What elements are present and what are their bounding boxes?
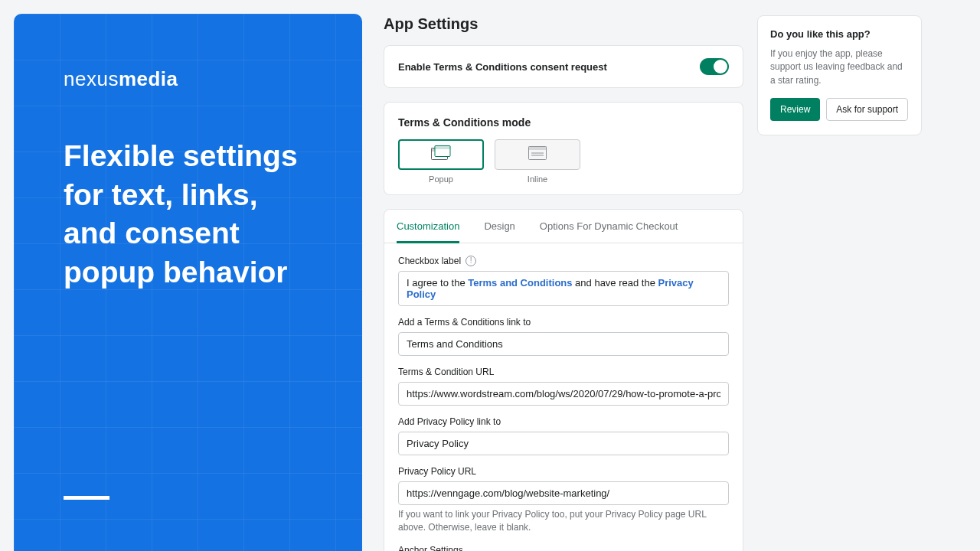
tc-url-input[interactable] <box>398 382 729 406</box>
checkbox-text-mid: and have read the <box>573 277 658 289</box>
checkbox-label-input[interactable]: I agree to the Terms and Conditions and … <box>398 271 729 306</box>
svg-rect-5 <box>529 147 547 150</box>
mode-card: Terms & Conditions mode <box>384 102 743 195</box>
brand-logo-thin: nexus <box>64 67 119 90</box>
customization-card: Customization Design Options For Dynamic… <box>384 209 743 551</box>
terms-link[interactable]: Terms and Conditions <box>468 277 572 289</box>
info-icon[interactable]: ! <box>466 256 476 266</box>
tc-url-label: Terms & Condition URL <box>398 367 729 377</box>
tab-dynamic-checkout[interactable]: Options For Dynamic Checkout <box>528 210 691 243</box>
tab-customization[interactable]: Customization <box>384 210 472 243</box>
svg-rect-3 <box>435 146 450 149</box>
popup-window-icon <box>431 145 451 164</box>
page-title: App Settings <box>384 15 743 33</box>
mode-option-inline[interactable]: Inline <box>495 139 580 184</box>
mode-title: Terms & Conditions mode <box>398 116 729 129</box>
feedback-text: If you enjoy the app, please support us … <box>770 47 909 87</box>
tc-link-input[interactable] <box>398 332 729 356</box>
enable-label: Enable Terms & Conditions consent reques… <box>398 61 607 73</box>
enable-card: Enable Terms & Conditions consent reques… <box>384 45 743 88</box>
brand-logo-bold: media <box>119 67 178 90</box>
promo-headline: Flexible settings for text, links, and c… <box>64 137 316 292</box>
review-button[interactable]: Review <box>770 98 820 121</box>
mode-option-label: Inline <box>495 174 580 184</box>
brand-logo: nexusmedia <box>64 67 316 91</box>
pp-link-label: Add Privacy Policy link to <box>398 416 729 427</box>
enable-toggle[interactable] <box>700 58 729 75</box>
pp-url-input[interactable] <box>398 481 729 505</box>
tc-link-label: Add a Terms & Conditions link to <box>398 317 729 328</box>
support-button[interactable]: Ask for support <box>826 98 908 121</box>
promo-panel: nexusmedia Flexible settings for text, l… <box>14 14 362 551</box>
anchor-label: Anchor Settings <box>398 545 729 551</box>
promo-underline <box>64 496 109 500</box>
checkbox-text-pre: I agree to the <box>407 277 468 289</box>
tab-design[interactable]: Design <box>472 210 527 243</box>
pp-url-label: Privacy Policy URL <box>398 466 729 477</box>
pp-link-input[interactable] <box>398 432 729 455</box>
feedback-title: Do you like this app? <box>770 28 909 40</box>
checkbox-label-caption: Checkbox label <box>398 256 461 266</box>
pp-url-helper: If you want to link your Privacy Policy … <box>398 508 729 534</box>
feedback-card: Do you like this app? If you enjoy the a… <box>757 15 922 135</box>
inline-window-icon <box>528 146 547 163</box>
tabs: Customization Design Options For Dynamic… <box>384 210 743 243</box>
mode-option-popup[interactable]: Popup <box>398 139 484 184</box>
mode-option-label: Popup <box>398 174 484 184</box>
